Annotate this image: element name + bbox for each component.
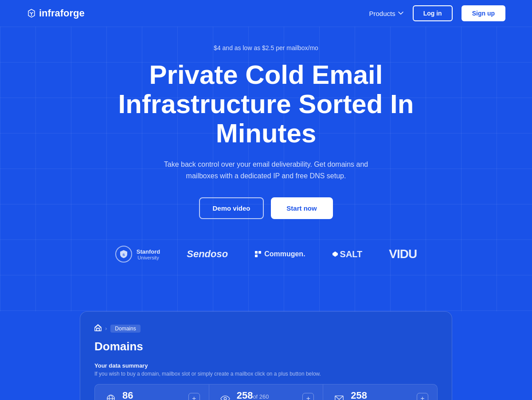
demo-video-button[interactable]: Demo video <box>199 197 263 219</box>
stanford-logo: S Stanford University <box>115 246 160 263</box>
vidu-logo: VIDU <box>389 247 417 261</box>
stat-info-slots: 258of 260 Mailbox slots <box>237 391 298 400</box>
mail-icon <box>332 392 346 400</box>
svg-point-9 <box>224 397 227 400</box>
breadcrumb-current: Domains <box>110 325 140 333</box>
brand-icon <box>27 8 36 18</box>
page-title: Domains <box>94 340 438 353</box>
add-domain-button[interactable]: + <box>188 393 200 400</box>
breadcrumb-separator: › <box>105 325 107 332</box>
stat-active-domains: 86 Active Domains + <box>95 384 209 400</box>
brand-name: infraforge <box>39 8 85 19</box>
svg-rect-5 <box>97 328 99 331</box>
globe-icon <box>104 392 118 400</box>
summary-title: Your data summary <box>94 362 438 369</box>
stat-info-domains: 86 Active Domains <box>122 391 184 400</box>
add-mailbox-button[interactable]: + <box>417 393 428 400</box>
salt-text: SALT <box>340 249 363 259</box>
home-icon[interactable] <box>94 324 102 333</box>
stat-number-domains: 86 <box>122 391 184 400</box>
svg-marker-4 <box>332 251 338 257</box>
svg-text:S: S <box>122 253 125 257</box>
add-mailbox-slot-button[interactable]: + <box>302 393 314 400</box>
svg-rect-2 <box>258 251 261 254</box>
sendoso-text: Sendoso <box>187 248 228 260</box>
products-label: Products <box>369 10 395 17</box>
commugen-text: Commugen. <box>264 250 305 258</box>
signup-button[interactable]: Sign up <box>462 5 505 21</box>
commugen-icon <box>254 251 262 258</box>
svg-rect-1 <box>255 251 258 254</box>
hero-section: $4 and as low as $2.5 per mailbox/mo Pri… <box>0 27 532 311</box>
chevron-down-icon <box>398 10 404 16</box>
brand-logo[interactable]: infraforge <box>27 8 85 19</box>
hero-buttons: Demo video Start now <box>27 197 505 219</box>
start-now-button[interactable]: Start now <box>271 197 333 219</box>
vidu-text: VIDU <box>389 247 417 261</box>
dashboard-card: › Domains Domains Your data summary If y… <box>80 311 452 400</box>
dashboard-wrapper: › Domains Domains Your data summary If y… <box>0 311 532 400</box>
products-menu[interactable]: Products <box>369 10 403 17</box>
breadcrumb: › Domains <box>94 324 438 333</box>
navbar-right: Products Log in Sign up <box>369 5 505 21</box>
stat-active-mailboxes: 258 Active Mailboxes + <box>323 384 437 400</box>
stat-number-slots: 258of 260 <box>237 391 298 400</box>
navbar: infraforge Products Log in Sign up <box>0 0 532 27</box>
stat-number-mailboxes: 258 <box>351 391 412 400</box>
svg-point-7 <box>109 395 112 400</box>
partner-logos: S Stanford University Sendoso Commugen. <box>27 246 505 263</box>
stanford-text: Stanford University <box>137 248 160 260</box>
commugen-logo: Commugen. <box>254 250 305 258</box>
salt-icon <box>332 251 338 257</box>
sendoso-logo: Sendoso <box>187 248 228 260</box>
login-button[interactable]: Log in <box>413 5 453 21</box>
salt-logo: SALT <box>332 249 363 259</box>
svg-point-6 <box>107 395 115 400</box>
hero-title: Private Cold Email Infrastructure Sorted… <box>93 60 439 148</box>
stanford-icon: S <box>115 246 132 263</box>
eye-icon <box>218 392 232 400</box>
hero-subtitle: Take back control over your email delive… <box>160 159 372 181</box>
stat-mailbox-slots: 258of 260 Mailbox slots + <box>209 384 324 400</box>
stanford-shield-icon: S <box>119 249 129 259</box>
hero-badge: $4 and as low as $2.5 per mailbox/mo <box>27 44 505 51</box>
stats-row: 86 Active Domains + 258of 260 Mailbox sl… <box>94 384 438 400</box>
svg-rect-3 <box>255 255 258 257</box>
stat-info-mailboxes: 258 Active Mailboxes <box>351 391 412 400</box>
summary-desc: If you wish to buy a domain, mailbox slo… <box>94 371 438 377</box>
